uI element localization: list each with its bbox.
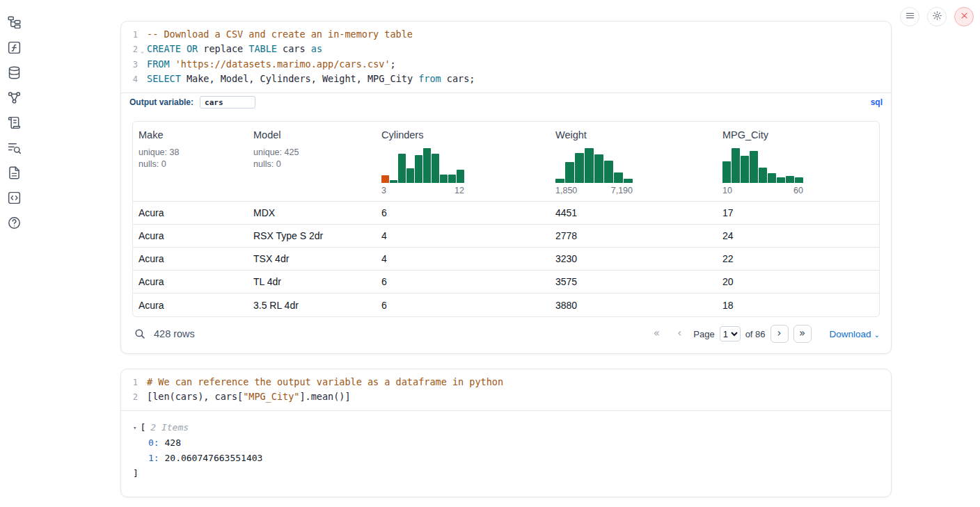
histogram-bar (390, 180, 397, 183)
gutter-spacer (138, 72, 147, 87)
open-bracket: [ (140, 420, 145, 435)
line-number: 2 (121, 42, 138, 58)
close-bracket: ] (133, 466, 880, 481)
histogram-bar (432, 154, 439, 183)
menu-button[interactable] (900, 7, 919, 26)
histogram-bar (594, 154, 603, 183)
collapse-chevron-icon[interactable]: ▾ (133, 420, 136, 435)
table-cell: 18 (717, 300, 879, 311)
code-text: SELECT Make, Model, Cylinders, Weight, M… (147, 72, 475, 87)
histogram-bar (555, 179, 564, 183)
table-cell: TL 4dr (248, 276, 376, 287)
histogram-bar (732, 148, 740, 183)
table-cell: Acura (133, 207, 248, 218)
histogram-bar (624, 179, 633, 183)
table-row: AcuraTL 4dr6357520 (133, 271, 879, 293)
python-code-editor[interactable]: 1# We can reference the output variable … (121, 369, 891, 410)
left-sidebar (6, 15, 22, 230)
download-link[interactable]: Download ⌄ (830, 329, 880, 339)
output-variable-row: Output variable: sql (121, 92, 891, 111)
table-cell: 4451 (550, 207, 717, 218)
last-page-button[interactable]: » (793, 325, 812, 343)
table-cell: Acura (133, 276, 248, 287)
snippets-icon[interactable] (6, 190, 22, 205)
column-header: Makeunique: 38nulls: 0 (133, 122, 248, 201)
python-cell: 1# We can reference the output variable … (120, 369, 892, 497)
output-list-item: 0: 428 (133, 435, 880, 451)
function-icon[interactable] (6, 40, 22, 55)
histogram-min-label: 10 (722, 186, 732, 195)
sql-cell: 1-- Download a CSV and create an in-memo… (120, 21, 892, 354)
top-right-controls (900, 7, 974, 26)
table-cell: 4 (376, 230, 550, 241)
help-icon[interactable] (6, 215, 22, 230)
histogram-bar (423, 148, 431, 183)
histogram-bar (777, 177, 785, 183)
line-number: 2 (121, 390, 138, 405)
histogram-max-label: 7,190 (611, 186, 633, 195)
histogram-bar (585, 148, 594, 183)
column-header: Weight1,8507,190 (550, 122, 717, 201)
page-select[interactable]: 1 (720, 326, 741, 341)
database-icon[interactable] (6, 65, 22, 80)
document-icon[interactable] (6, 165, 22, 180)
pagination: « ‹ Page 1 of 86 › » (647, 325, 811, 343)
line-number: 1 (121, 376, 138, 390)
close-button[interactable] (954, 7, 974, 26)
column-header: Modelunique: 425nulls: 0 (248, 122, 376, 201)
search-list-icon[interactable] (6, 140, 22, 155)
histogram-bar (759, 168, 767, 183)
histogram-bar (786, 176, 794, 183)
close-icon (959, 10, 970, 24)
table-row: AcuraTSX 4dr4323022 (133, 248, 879, 271)
code-text: [len(cars), cars["MPG_City"].mean()] (147, 390, 351, 405)
menu-icon (905, 10, 915, 24)
table-cell: 2778 (550, 230, 717, 241)
prev-page-button[interactable]: ‹ (670, 325, 688, 343)
settings-button[interactable] (927, 7, 947, 26)
notebook: 1-- Download a CSV and create an in-memo… (120, 21, 892, 507)
table-cell: Acura (133, 230, 248, 241)
column-stat: nulls: 0 (139, 159, 242, 170)
settings-icon (932, 10, 942, 24)
histogram-bar (381, 175, 389, 183)
column-name: MPG_City (722, 129, 874, 140)
code-line: 1-- Download a CSV and create an in-memo… (121, 28, 891, 42)
column-header: Cylinders312 (376, 122, 550, 201)
gutter-spacer (138, 28, 147, 42)
histogram-bar (457, 170, 464, 183)
output-items: 0: 4281: 20.060747663551403 (133, 435, 880, 466)
histogram-bar (604, 161, 613, 183)
output-variable-input[interactable] (200, 96, 255, 108)
histogram-bar (722, 161, 731, 183)
histogram-min-label: 1,850 (555, 186, 577, 195)
histogram-bar (448, 175, 456, 183)
file-tree-icon[interactable] (6, 15, 22, 30)
table-cell: 24 (717, 230, 879, 241)
table-cell: TSX 4dr (248, 253, 376, 264)
item-value: 428 (164, 437, 180, 448)
first-page-button[interactable]: « (647, 325, 665, 343)
dependency-graph-icon[interactable] (6, 90, 22, 105)
code-text: FROM 'https://datasets.marimo.app/cars.c… (147, 58, 396, 72)
histogram-bar (406, 168, 414, 183)
histogram-max-label: 60 (793, 186, 803, 195)
column-name: Cylinders (381, 129, 544, 140)
column-stat: unique: 425 (253, 147, 370, 159)
histogram-bar (614, 172, 623, 183)
column-histogram: 1060 (722, 147, 874, 195)
fold-chevron-icon[interactable]: ⌄ (138, 42, 147, 58)
histogram-bar (415, 155, 422, 183)
histogram-max-label: 12 (455, 186, 464, 195)
table-row: Acura3.5 RL 4dr6388018 (133, 293, 879, 316)
output-list-item: 1: 20.060747663551403 (133, 451, 880, 466)
search-icon[interactable] (134, 328, 146, 340)
sql-code-editor[interactable]: 1-- Download a CSV and create an in-memo… (121, 22, 891, 92)
scroll-icon[interactable] (6, 115, 22, 130)
table-cell: Acura (133, 253, 248, 264)
column-stat: unique: 38 (139, 147, 242, 159)
table-cell: 3880 (550, 300, 717, 311)
histogram-bar (750, 151, 758, 183)
next-page-button[interactable]: › (770, 325, 789, 343)
table-row: AcuraMDX6445117 (133, 202, 879, 225)
